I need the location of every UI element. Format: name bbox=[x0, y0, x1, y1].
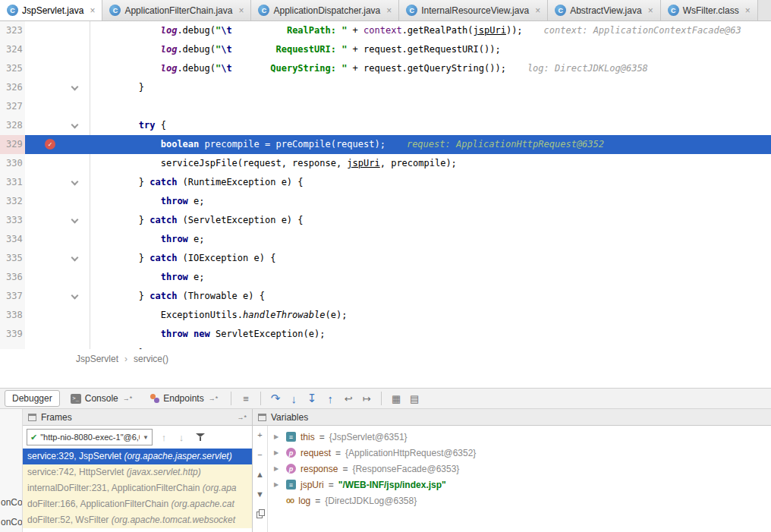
line-number: 323 bbox=[0, 21, 25, 40]
code-line-body[interactable]: } catch (ServletException e) { bbox=[25, 211, 771, 230]
code-editor[interactable]: 323 log.debug("\t RealPath: " + context.… bbox=[0, 21, 771, 349]
previous-frame-button[interactable]: ↑ bbox=[158, 432, 170, 443]
editor-tab[interactable]: CJspServlet.java× bbox=[0, 0, 102, 20]
editor-tab[interactable]: CApplicationDispatcher.java× bbox=[251, 0, 399, 20]
variable-name: response bbox=[301, 464, 338, 474]
endpoints-icon bbox=[150, 394, 159, 403]
code-line-body[interactable]: ✓ boolean precompile = preCompile(reques… bbox=[25, 135, 771, 154]
expand-arrow-icon[interactable]: ▶ bbox=[274, 449, 282, 456]
code-line-body[interactable]: throw new ServletException(e); bbox=[25, 325, 771, 344]
stack-frame-row[interactable]: internalDoFilter:231, ApplicationFilterC… bbox=[23, 480, 252, 496]
code-line-body[interactable]: serviceJspFile(request, response, jspUri… bbox=[25, 154, 771, 173]
code-line: 332 throw e; bbox=[0, 192, 771, 211]
code-line-body[interactable]: } catch (RuntimeException e) { bbox=[25, 173, 771, 192]
code-line-body[interactable]: } bbox=[25, 78, 771, 97]
editor-tab[interactable]: CWsFilter.class× bbox=[661, 0, 758, 20]
debug-tab-label: Console bbox=[85, 393, 118, 404]
tab-close-icon[interactable]: × bbox=[90, 5, 95, 16]
stack-frame-row[interactable]: doFilter:52, WsFilter (org.apache.tomcat… bbox=[23, 512, 252, 528]
code-text: } bbox=[95, 82, 144, 93]
tab-label: WsFilter.class bbox=[683, 5, 739, 16]
editor-tab[interactable]: CApplicationFilterChain.java× bbox=[102, 0, 251, 20]
frame-location: doFilter:166, ApplicationFilterChain bbox=[27, 499, 171, 509]
code-line-body[interactable]: throw e; bbox=[25, 268, 771, 287]
remove-watch-button[interactable]: − bbox=[257, 450, 262, 460]
expand-arrow-icon[interactable]: ▶ bbox=[274, 465, 282, 472]
fold-marker-icon[interactable] bbox=[71, 216, 79, 224]
fold-marker-icon[interactable] bbox=[71, 254, 79, 262]
drop-frame-button[interactable]: ↩ bbox=[339, 393, 357, 405]
fold-marker-icon[interactable] bbox=[71, 178, 79, 186]
code-line: 331 } catch (RuntimeException e) { bbox=[0, 173, 771, 192]
thread-dropdown[interactable]: ✔ "http-nio-8080-exec-1"@6,0... ▼ bbox=[27, 429, 153, 445]
code-line-body[interactable] bbox=[25, 97, 771, 116]
layout-settings-icon[interactable]: ≡ bbox=[237, 393, 255, 405]
fold-marker-icon[interactable] bbox=[71, 292, 79, 300]
tab-close-icon[interactable]: × bbox=[238, 5, 244, 16]
next-frame-button[interactable]: ↓ bbox=[175, 432, 187, 443]
toolbar-separator bbox=[231, 392, 231, 405]
code-text: ExceptionUtils.handleThrowable(e); bbox=[95, 310, 347, 320]
code-line-body[interactable]: log.debug("\t RequestURI: " + request.ge… bbox=[25, 40, 771, 59]
fold-marker-icon[interactable] bbox=[71, 121, 79, 129]
hide-library-frames-filter-icon[interactable] bbox=[196, 433, 205, 442]
fold-marker-icon[interactable] bbox=[71, 83, 79, 91]
force-step-into-button[interactable]: ↧ bbox=[303, 392, 321, 405]
variable-row[interactable]: ▶≡this={JspServlet@6351} bbox=[268, 429, 771, 445]
add-watch-button[interactable]: + bbox=[257, 430, 262, 440]
tab-close-icon[interactable]: × bbox=[648, 5, 653, 16]
tab-close-icon[interactable]: × bbox=[535, 5, 540, 16]
line-number: 327 bbox=[0, 97, 25, 116]
code-line-body[interactable]: throw e; bbox=[25, 230, 771, 249]
move-watch-down-button[interactable]: ▼ bbox=[256, 490, 264, 499]
debug-tab-console[interactable]: >_Console→* bbox=[63, 390, 140, 407]
stack-frame-row[interactable]: service:329, JspServlet (org.apache.jasp… bbox=[23, 449, 252, 464]
debug-tab-endpoints[interactable]: Endpoints→* bbox=[143, 390, 225, 407]
code-line-body[interactable]: throw e; bbox=[25, 192, 771, 211]
code-line-body[interactable]: } bbox=[25, 344, 771, 349]
variable-row[interactable]: ▶prequest={ApplicationHttpRequest@6352} bbox=[268, 445, 771, 461]
variable-row[interactable]: ▶presponse={ResponseFacade@6353} bbox=[268, 461, 771, 477]
stack-frame-row[interactable]: service:742, HttpServlet (javax.servlet.… bbox=[23, 464, 252, 480]
java-class-icon: C bbox=[7, 5, 18, 16]
breadcrumb-item[interactable]: service() bbox=[134, 354, 168, 364]
code-line-body[interactable]: try { bbox=[25, 116, 771, 135]
parameter-icon: p bbox=[286, 464, 296, 474]
frames-jump-icon[interactable]: →* bbox=[237, 414, 247, 421]
code-line-body[interactable]: log.debug("\t QueryString: " + request.g… bbox=[25, 59, 771, 78]
code-line-body[interactable]: } catch (Throwable e) { bbox=[25, 287, 771, 306]
variables-panel: Variables +−▲▼ ▶≡this={JspServlet@6351}▶… bbox=[253, 409, 771, 532]
breadcrumb-item[interactable]: JspServlet bbox=[76, 354, 118, 364]
code-line-body[interactable]: ExceptionUtils.handleThrowable(e); bbox=[25, 306, 771, 325]
stack-frame-row[interactable]: doFilter:166, ApplicationFilterChain (or… bbox=[23, 496, 252, 512]
variable-name: request bbox=[301, 448, 331, 458]
move-watch-up-button[interactable]: ▲ bbox=[256, 470, 264, 480]
tab-close-icon[interactable]: × bbox=[745, 5, 751, 16]
debug-tab-debugger[interactable]: Debugger bbox=[5, 390, 60, 407]
evaluate-expression-button[interactable]: ▦ bbox=[387, 393, 405, 405]
step-into-button[interactable]: ↓ bbox=[285, 392, 303, 405]
step-out-button[interactable]: ↑ bbox=[321, 392, 339, 405]
editor-tab[interactable]: CInternalResourceView.java× bbox=[399, 0, 548, 20]
equals-sign: = bbox=[319, 432, 325, 442]
tab-label: AbstractView.java bbox=[570, 5, 642, 16]
run-to-cursor-button[interactable]: ↦ bbox=[357, 393, 376, 405]
duplicate-watch-button[interactable] bbox=[256, 509, 264, 519]
editor-tab-bar: CJspServlet.java×CApplicationFilterChain… bbox=[0, 0, 771, 21]
code-line-body[interactable]: } catch (IOException e) { bbox=[25, 249, 771, 268]
tab-close-icon[interactable]: × bbox=[386, 5, 392, 16]
line-number: 340 bbox=[0, 344, 25, 349]
breadcrumb-separator: › bbox=[124, 354, 127, 364]
variables-tree: ▶≡this={JspServlet@6351}▶prequest={Appli… bbox=[268, 426, 771, 532]
layout-options-button[interactable]: ▤ bbox=[405, 393, 423, 405]
editor-tab[interactable]: CAbstractView.java× bbox=[548, 0, 661, 20]
expand-arrow-icon[interactable]: ▶ bbox=[274, 481, 282, 488]
variable-row[interactable]: ▶≡jspUri="/WEB-INF/jsp/index.jsp" bbox=[268, 477, 771, 493]
code-line: 328 try { bbox=[0, 116, 771, 135]
expand-arrow-icon[interactable]: ▶ bbox=[274, 433, 282, 440]
code-line-body[interactable]: log.debug("\t RealPath: " + context.getR… bbox=[25, 21, 771, 40]
variable-row[interactable]: oolog={DirectJDKLog@6358} bbox=[268, 493, 771, 508]
breakpoint-icon[interactable]: ✓ bbox=[45, 139, 55, 150]
debug-tabs: Debugger>_Console→*Endpoints→* bbox=[5, 390, 225, 407]
step-over-button[interactable]: ↷ bbox=[266, 392, 285, 405]
